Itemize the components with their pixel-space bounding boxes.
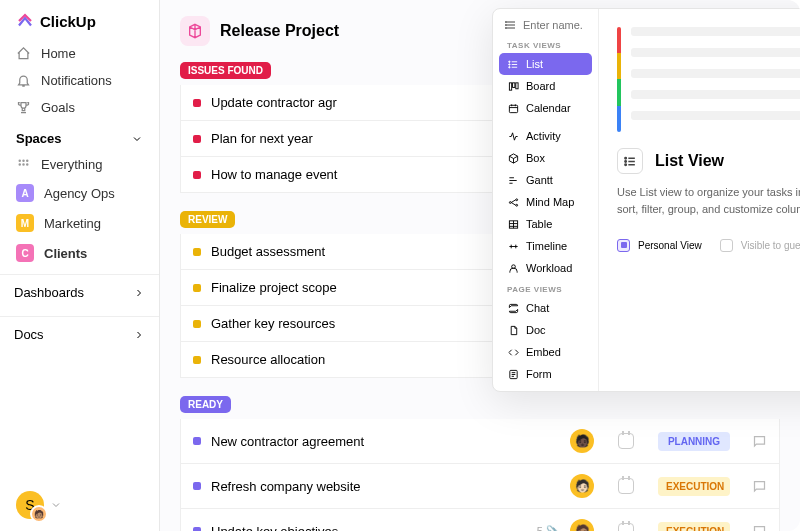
chat-icon — [508, 303, 519, 314]
space-badge: C — [16, 244, 34, 262]
sidebar-space-agency-ops[interactable]: AAgency Ops — [0, 178, 159, 208]
view-name-row — [497, 15, 594, 35]
status-dot — [193, 99, 201, 107]
svg-point-0 — [19, 160, 20, 161]
svg-point-22 — [624, 157, 626, 159]
view-option-workload[interactable]: Workload — [499, 257, 592, 279]
view-option-label: List — [526, 58, 543, 70]
svg-point-16 — [509, 201, 511, 203]
assignee-avatar[interactable]: 🧑🏽 — [570, 519, 594, 531]
task-row[interactable]: Refresh company website🧑🏻EXECUTION — [180, 464, 780, 509]
svg-point-6 — [506, 22, 507, 23]
nav-dashboards[interactable]: Dashboards — [0, 275, 159, 310]
sidebar: ClickUp Home Notifications Goals Spaces … — [0, 0, 160, 531]
task-name: New contractor agreement — [211, 434, 560, 449]
comment-icon[interactable] — [752, 479, 767, 494]
view-option-label: Chat — [526, 302, 549, 314]
view-option-box[interactable]: Box — [499, 147, 592, 169]
status-dot — [193, 320, 201, 328]
svg-point-24 — [624, 163, 626, 165]
view-option-doc[interactable]: Doc — [499, 319, 592, 341]
view-option-label: Box — [526, 152, 545, 164]
task-row[interactable]: New contractor agreement🧑🏿PLANNING — [180, 419, 780, 464]
spaces-header[interactable]: Spaces — [0, 121, 159, 151]
list-icon — [508, 59, 519, 70]
group-tag[interactable]: ISSUES FOUND — [180, 62, 271, 79]
svg-point-5 — [27, 164, 28, 165]
list-view-icon — [617, 148, 643, 174]
view-option-chat[interactable]: Chat — [499, 297, 592, 319]
view-option-label: Mind Map — [526, 196, 574, 208]
view-option-table[interactable]: Table — [499, 213, 592, 235]
status-pill[interactable]: PLANNING — [658, 432, 730, 451]
preview-skeleton — [617, 27, 800, 132]
group-tag[interactable]: REVIEW — [180, 211, 235, 228]
space-label: Agency Ops — [44, 186, 115, 201]
chevron-down-icon — [131, 133, 143, 145]
personal-view-checkbox[interactable] — [617, 239, 630, 252]
status-dot — [193, 248, 201, 256]
status-pill[interactable]: EXECUTION — [658, 522, 730, 532]
status-dot — [193, 437, 201, 445]
space-label: Marketing — [44, 216, 101, 231]
svg-point-8 — [506, 28, 507, 29]
view-option-board[interactable]: Board — [499, 75, 592, 97]
task-row[interactable]: Update key objectives5 📎🧑🏽EXECUTION — [180, 509, 780, 531]
task-name: Update key objectives — [211, 524, 527, 532]
section-label: TASK VIEWS — [497, 35, 594, 53]
svg-point-17 — [516, 198, 518, 200]
date-icon[interactable] — [618, 478, 634, 494]
view-option-calendar[interactable]: Calendar — [499, 97, 592, 119]
space-badge: A — [16, 184, 34, 202]
sidebar-space-marketing[interactable]: MMarketing — [0, 208, 159, 238]
assignee-avatar[interactable]: 🧑🏻 — [570, 474, 594, 498]
svg-point-3 — [19, 164, 20, 165]
nav-goals[interactable]: Goals — [0, 94, 159, 121]
visible-guests-checkbox[interactable] — [720, 239, 733, 252]
brand-logo[interactable]: ClickUp — [0, 12, 159, 40]
svg-point-7 — [506, 25, 507, 26]
comment-icon[interactable] — [752, 524, 767, 532]
status-pill[interactable]: EXECUTION — [658, 477, 730, 496]
preview-title: List View — [655, 152, 724, 170]
home-icon — [16, 46, 31, 61]
list-icon — [505, 19, 517, 31]
view-name-input[interactable] — [523, 19, 583, 31]
svg-point-23 — [624, 160, 626, 162]
assignee-avatar[interactable]: 🧑🏿 — [570, 429, 594, 453]
view-option-gantt[interactable]: Gantt — [499, 169, 592, 191]
svg-rect-14 — [516, 82, 518, 88]
view-option-list[interactable]: List — [499, 53, 592, 75]
space-everything[interactable]: Everything — [0, 151, 159, 178]
user-menu[interactable]: S🧑🏽 — [0, 479, 159, 531]
view-option-form[interactable]: Form — [499, 363, 592, 385]
view-preview: List View Use List view to organize your… — [599, 9, 800, 391]
doc-icon — [508, 325, 519, 336]
sidebar-space-clients[interactable]: CClients — [0, 238, 159, 268]
date-icon[interactable] — [618, 433, 634, 449]
view-option-mind-map[interactable]: Mind Map — [499, 191, 592, 213]
chevron-right-icon — [133, 287, 145, 299]
form-icon — [508, 369, 519, 380]
nav-home[interactable]: Home — [0, 40, 159, 67]
view-option-activity[interactable]: Activity — [499, 125, 592, 147]
view-option-label: Board — [526, 80, 555, 92]
nav-notifications[interactable]: Notifications — [0, 67, 159, 94]
comment-icon[interactable] — [752, 434, 767, 449]
preview-description: Use List view to organize your tasks in … — [617, 184, 800, 217]
main-content: Release Project ISSUES FOUNDUpdate contr… — [160, 0, 800, 531]
date-icon[interactable] — [618, 523, 634, 531]
nav-docs[interactable]: Docs — [0, 317, 159, 352]
view-option-label: Doc — [526, 324, 546, 336]
timeline-icon — [508, 241, 519, 252]
activity-icon — [508, 131, 519, 142]
trophy-icon — [16, 100, 31, 115]
clickup-logo-icon — [16, 12, 34, 30]
view-option-label: Embed — [526, 346, 561, 358]
view-option-timeline[interactable]: Timeline — [499, 235, 592, 257]
calendar-icon — [508, 103, 519, 114]
view-option-embed[interactable]: Embed — [499, 341, 592, 363]
status-dot — [193, 482, 201, 490]
group-tag[interactable]: READY — [180, 396, 231, 413]
svg-point-10 — [509, 63, 510, 64]
